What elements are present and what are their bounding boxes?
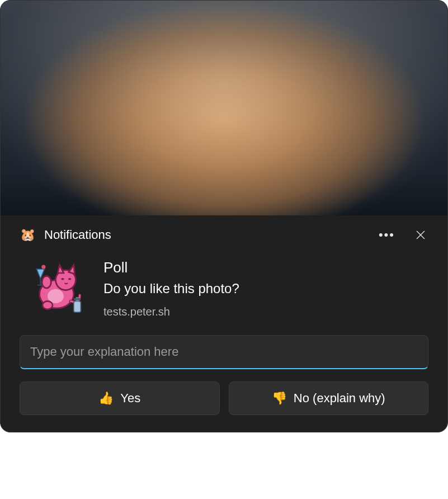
app-icon: 🐹 <box>20 227 35 243</box>
header-actions: ••• <box>376 227 428 243</box>
hero-image <box>1 1 447 215</box>
notification-content: Poll Do you like this photo? tests.peter… <box>1 248 447 331</box>
no-button[interactable]: 👎 No (explain why) <box>229 382 429 415</box>
svg-point-4 <box>41 265 45 269</box>
svg-point-11 <box>43 301 53 309</box>
no-button-label: No (explain why) <box>294 391 385 406</box>
poll-body: Do you like this photo? <box>103 281 239 296</box>
yes-button-label: Yes <box>120 391 140 406</box>
poll-source: tests.peter.sh <box>103 305 239 318</box>
poll-title: Poll <box>103 259 239 276</box>
svg-point-7 <box>61 278 64 280</box>
more-icon[interactable]: ••• <box>376 227 397 243</box>
button-row: 👍 Yes 👎 No (explain why) <box>1 377 447 432</box>
notification-card: 🐹 Notifications ••• <box>0 0 448 432</box>
notification-avatar <box>27 258 88 318</box>
thumbs-down-icon: 👎 <box>272 392 287 404</box>
svg-point-9 <box>42 276 51 288</box>
svg-point-8 <box>68 278 71 280</box>
notification-text: Poll Do you like this photo? tests.peter… <box>103 258 239 318</box>
svg-rect-12 <box>74 301 81 312</box>
svg-rect-14 <box>74 298 81 300</box>
explanation-input[interactable] <box>20 335 428 369</box>
thumbs-up-icon: 👍 <box>98 392 114 404</box>
notification-header: 🐹 Notifications ••• <box>1 215 447 248</box>
app-title: Notifications <box>44 228 367 242</box>
yes-button[interactable]: 👍 Yes <box>20 382 220 415</box>
close-icon[interactable] <box>413 227 428 243</box>
input-wrap <box>1 331 447 377</box>
